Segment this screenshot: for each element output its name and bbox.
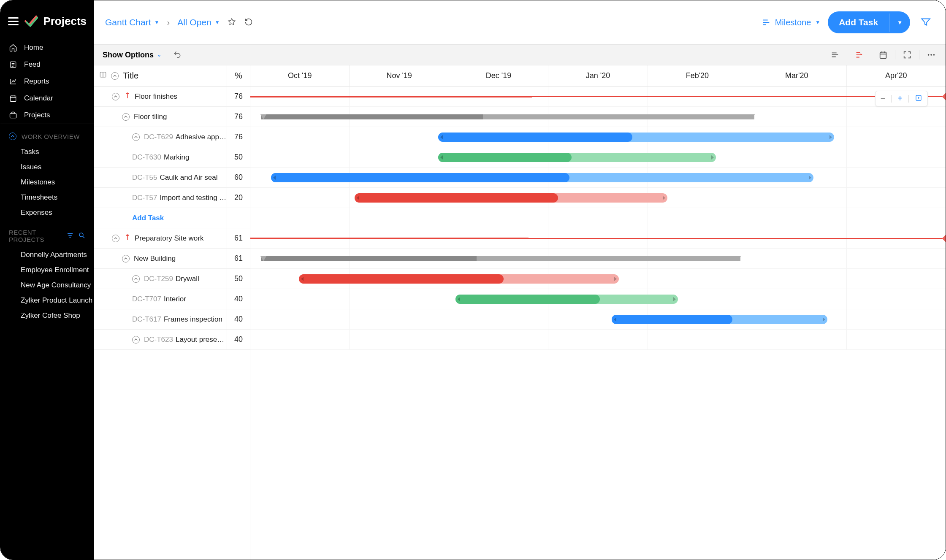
- breadcrumb-view[interactable]: Gantt Chart ▼: [105, 17, 159, 27]
- task-row[interactable]: DC-T55Caulk and Air seal60: [94, 168, 250, 188]
- pct-cell: 40: [227, 330, 250, 349]
- task-row[interactable]: DC-T259Drywall50: [94, 269, 250, 289]
- resize-right-icon[interactable]: [823, 317, 825, 322]
- resize-right-icon[interactable]: [614, 277, 617, 281]
- sidebar-recent-project[interactable]: Zylker Product Launch: [0, 293, 94, 308]
- svg-rect-8: [100, 72, 106, 77]
- gantt-bar-row: [250, 249, 946, 269]
- collapse-icon[interactable]: [112, 235, 119, 242]
- add-task-row[interactable]: Add Task: [94, 208, 250, 228]
- resize-left-icon[interactable]: [273, 176, 276, 180]
- add-task-inline[interactable]: Add Task: [132, 214, 164, 222]
- collapse-icon[interactable]: [112, 93, 119, 100]
- task-row[interactable]: DC-T623Layout presentation40: [94, 330, 250, 350]
- zoom-in-button[interactable]: +: [897, 94, 903, 103]
- collapse-icon[interactable]: [132, 275, 140, 283]
- summary-bar[interactable]: [261, 114, 754, 119]
- projects-icon: [9, 111, 17, 119]
- collapse-icon[interactable]: [132, 133, 140, 141]
- task-bar[interactable]: [438, 153, 716, 162]
- gantt-bar-row: [250, 269, 946, 289]
- resize-right-icon[interactable]: [663, 196, 665, 200]
- collapse-icon[interactable]: [122, 255, 130, 262]
- sidebar-item-feed[interactable]: Feed: [0, 56, 94, 73]
- critical-path-icon[interactable]: [853, 49, 865, 61]
- task-row[interactable]: DC-T707Interior40: [94, 289, 250, 309]
- sidebar-item-calendar[interactable]: Calendar: [0, 90, 94, 107]
- sidebar-item-milestones[interactable]: Milestones: [0, 175, 94, 190]
- breadcrumb-filter-label: All Open: [177, 17, 211, 27]
- sidebar-recent-project[interactable]: Zylker Cofee Shop: [0, 308, 94, 323]
- sidebar-item-home[interactable]: Home: [0, 39, 94, 56]
- breadcrumb-filter[interactable]: All Open ▼: [177, 17, 220, 27]
- gantt-bar-row: [250, 309, 946, 330]
- task-bar[interactable]: [299, 274, 619, 284]
- more-icon[interactable]: [925, 49, 937, 61]
- resize-left-icon[interactable]: [357, 196, 359, 200]
- show-options-button[interactable]: Show Options ⌄: [103, 51, 161, 60]
- hamburger-icon[interactable]: [8, 17, 19, 25]
- resize-left-icon[interactable]: [614, 317, 616, 322]
- work-overview-header[interactable]: WORK OVERVIEW: [0, 124, 94, 144]
- star-icon[interactable]: [228, 18, 236, 27]
- tasklist-row[interactable]: New Building61: [94, 249, 250, 269]
- gantt-bars-area: − +: [250, 87, 946, 350]
- sidebar-recent-project[interactable]: Donnelly Apartments: [0, 247, 94, 262]
- collapse-icon[interactable]: [9, 133, 16, 140]
- group-icon: [762, 18, 771, 27]
- sidebar-item-expenses[interactable]: Expenses: [0, 205, 94, 220]
- sidebar-item-timesheets[interactable]: Timesheets: [0, 190, 94, 205]
- sidebar-item-projects[interactable]: Projects: [0, 107, 94, 124]
- milestone-row[interactable]: Preparatory Site work61: [94, 228, 250, 249]
- sidebar-item-tasks[interactable]: Tasks: [0, 144, 94, 160]
- gantt-bar-row: [250, 168, 946, 188]
- task-bar[interactable]: [355, 193, 667, 203]
- sidebar-item-issues[interactable]: Issues: [0, 160, 94, 175]
- milestone-row[interactable]: Floor finishes76: [94, 87, 250, 107]
- resize-right-icon[interactable]: [673, 297, 676, 301]
- columns-icon[interactable]: [99, 71, 107, 81]
- sidebar-recent-project[interactable]: New Age Consultancy: [0, 278, 94, 293]
- collapse-all-icon[interactable]: [111, 72, 119, 80]
- sidebar-recent-project[interactable]: Employee Enrollment: [0, 262, 94, 278]
- collapse-icon[interactable]: [132, 336, 140, 344]
- resize-right-icon[interactable]: [711, 155, 714, 160]
- resize-right-icon[interactable]: [809, 176, 811, 180]
- task-row[interactable]: DC-T630Marking50: [94, 147, 250, 168]
- milestone-bar[interactable]: [250, 238, 946, 239]
- pct-cell: 61: [227, 249, 250, 268]
- task-row[interactable]: DC-T57Import and testing of woo..20: [94, 188, 250, 208]
- resize-right-icon[interactable]: [829, 135, 832, 139]
- fit-to-screen-button[interactable]: [915, 94, 922, 103]
- task-bar[interactable]: [612, 315, 827, 324]
- summary-bar[interactable]: [261, 256, 740, 261]
- resize-left-icon[interactable]: [440, 155, 443, 160]
- search-icon[interactable]: [78, 232, 86, 241]
- task-bar[interactable]: [438, 133, 835, 142]
- filter-icon[interactable]: [918, 16, 934, 29]
- fullscreen-icon[interactable]: [901, 49, 913, 61]
- collapse-icon[interactable]: [122, 113, 130, 121]
- resize-left-icon[interactable]: [458, 297, 460, 301]
- group-by-dropdown[interactable]: Milestone ▼: [762, 18, 821, 27]
- add-task-dropdown-icon[interactable]: ▼: [889, 14, 910, 32]
- task-bar[interactable]: [455, 295, 678, 304]
- refresh-icon[interactable]: [244, 18, 253, 27]
- resize-left-icon[interactable]: [301, 277, 304, 281]
- undo-icon[interactable]: [173, 50, 182, 60]
- milestone-icon: [124, 233, 131, 241]
- sidebar-item-label: Home: [24, 43, 43, 52]
- sidebar-item-reports[interactable]: Reports: [0, 73, 94, 90]
- today-icon[interactable]: [877, 49, 889, 61]
- task-row[interactable]: DC-T617Frames inspection40: [94, 309, 250, 330]
- filter-settings-icon[interactable]: [66, 232, 74, 241]
- milestone-bar[interactable]: [250, 96, 946, 97]
- add-task-button[interactable]: Add Task ▼: [828, 11, 910, 33]
- baseline-icon[interactable]: [829, 49, 841, 61]
- resize-left-icon[interactable]: [440, 135, 443, 139]
- zoom-out-button[interactable]: −: [881, 94, 886, 103]
- task-bar[interactable]: [271, 173, 813, 182]
- gantt-view: Title % Floor finishes76Floor tiling76DC…: [94, 65, 946, 560]
- task-row[interactable]: DC-T629Adhesive application76: [94, 127, 250, 147]
- tasklist-row[interactable]: Floor tiling76: [94, 107, 250, 127]
